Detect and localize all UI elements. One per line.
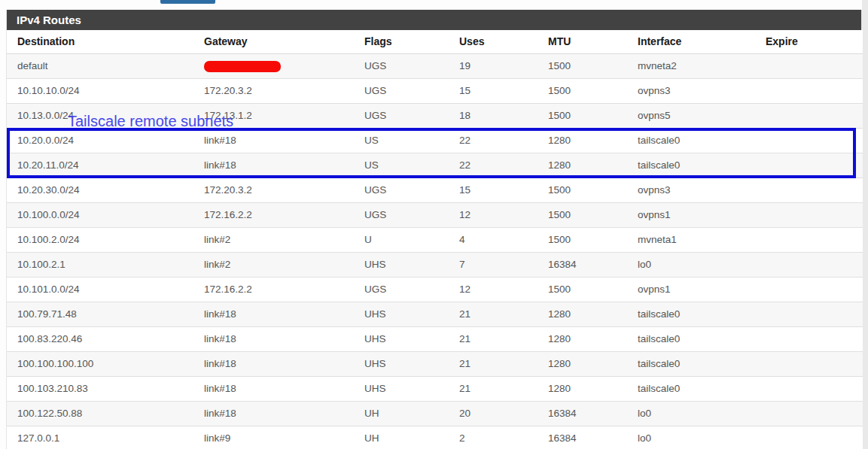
cell-uses: 7 xyxy=(453,253,542,278)
cell-destination: 10.100.0.0/24 xyxy=(7,203,198,228)
cell-destination: 10.100.2.1 xyxy=(7,253,198,278)
cell-mtu: 1280 xyxy=(542,352,632,377)
cell-destination: 100.103.210.83 xyxy=(7,377,198,402)
cell-uses: 22 xyxy=(453,153,542,178)
cell-mtu: 16384 xyxy=(542,402,632,426)
column-header-uses: Uses xyxy=(453,30,542,54)
cell-expire xyxy=(760,54,863,79)
cell-interface: tailscale0 xyxy=(632,129,760,153)
cell-destination: 100.83.220.46 xyxy=(7,327,198,352)
cell-uses: 22 xyxy=(453,129,542,153)
cell-gateway: 172.16.2.2 xyxy=(198,278,358,302)
cell-expire xyxy=(760,228,863,253)
table-row: 100.103.210.83 link#18 UHS 21 1280 tails… xyxy=(7,377,863,402)
cell-expire xyxy=(760,302,863,327)
cell-flags: UGS xyxy=(358,178,453,203)
cell-expire xyxy=(760,402,863,426)
panel-title: IPv4 Routes xyxy=(7,10,861,30)
cell-expire xyxy=(760,203,863,228)
cell-mtu: 1280 xyxy=(542,153,632,178)
column-header-gateway: Gateway xyxy=(198,30,358,54)
cell-flags: UHS xyxy=(358,327,453,352)
cell-mtu: 16384 xyxy=(542,426,632,449)
cell-flags: UH xyxy=(358,426,453,449)
routes-table: Destination Gateway Flags Uses MTU Inter… xyxy=(7,30,863,449)
cell-flags: UGS xyxy=(358,79,453,104)
cell-expire xyxy=(760,129,863,153)
cell-expire xyxy=(760,178,863,203)
cell-flags: UHS xyxy=(358,302,453,327)
column-header-destination: Destination xyxy=(7,30,198,54)
annotation-text: Tailscale remote subnets xyxy=(68,113,233,130)
cell-interface: ovpns3 xyxy=(632,79,760,104)
table-row: 100.79.71.48 link#18 UHS 21 1280 tailsca… xyxy=(7,302,863,327)
cell-interface: lo0 xyxy=(632,402,760,426)
cell-interface: ovpns3 xyxy=(632,178,760,203)
table-row: 100.100.100.100 link#18 UHS 21 1280 tail… xyxy=(7,352,863,377)
cell-mtu: 1500 xyxy=(542,79,632,104)
cell-flags: U xyxy=(358,228,453,253)
cell-uses: 4 xyxy=(453,228,542,253)
table-row: default UGS 19 1500 mvneta2 xyxy=(7,54,863,79)
cell-expire xyxy=(760,104,863,129)
cell-destination: 10.20.30.0/24 xyxy=(7,178,198,203)
cell-uses: 19 xyxy=(453,54,542,79)
cell-gateway: 172.16.2.2 xyxy=(198,203,358,228)
scrollbar-track[interactable] xyxy=(862,0,868,449)
cropped-blue-button[interactable] xyxy=(160,0,215,4)
column-header-expire: Expire xyxy=(760,30,863,54)
cell-flags: UHS xyxy=(358,253,453,278)
cell-interface: ovpns1 xyxy=(632,278,760,302)
cell-expire xyxy=(760,253,863,278)
cell-gateway: link#2 xyxy=(198,253,358,278)
cell-flags: US xyxy=(358,153,453,178)
cell-destination: 127.0.0.1 xyxy=(7,426,198,449)
cell-expire xyxy=(760,377,863,402)
cell-flags: UGS xyxy=(358,203,453,228)
cell-flags: UH xyxy=(358,402,453,426)
cell-destination: 10.101.0.0/24 xyxy=(7,278,198,302)
cell-flags: UGS xyxy=(358,54,453,79)
column-header-mtu: MTU xyxy=(542,30,632,54)
table-row: 10.20.30.0/24 172.20.3.2 UGS 15 1500 ovp… xyxy=(7,178,863,203)
cell-gateway: link#18 xyxy=(198,402,358,426)
cell-destination: 10.10.10.0/24 xyxy=(7,79,198,104)
cell-expire xyxy=(760,352,863,377)
routes-table-header: Destination Gateway Flags Uses MTU Inter… xyxy=(7,30,863,54)
cell-expire xyxy=(760,426,863,449)
cell-uses: 18 xyxy=(453,104,542,129)
cell-destination: 10.20.0.0/24 xyxy=(7,129,198,153)
cell-flags: UGS xyxy=(358,104,453,129)
cell-gateway: 172.20.3.2 xyxy=(198,178,358,203)
cell-destination: 10.20.11.0/24 xyxy=(7,153,198,178)
cell-mtu: 1500 xyxy=(542,54,632,79)
cell-uses: 12 xyxy=(453,203,542,228)
cell-interface: tailscale0 xyxy=(632,153,760,178)
cell-expire xyxy=(760,278,863,302)
cell-mtu: 1280 xyxy=(542,327,632,352)
cell-mtu: 1280 xyxy=(542,377,632,402)
cell-interface: mvneta2 xyxy=(632,54,760,79)
cell-expire xyxy=(760,79,863,104)
cell-uses: 21 xyxy=(453,327,542,352)
cell-gateway: link#18 xyxy=(198,377,358,402)
column-header-interface: Interface xyxy=(632,30,760,54)
cell-interface: mvneta1 xyxy=(632,228,760,253)
cell-interface: tailscale0 xyxy=(632,302,760,327)
cell-destination: default xyxy=(7,54,198,79)
cell-flags: UHS xyxy=(358,377,453,402)
table-row: 100.122.50.88 link#18 UH 20 16384 lo0 xyxy=(7,402,863,426)
cell-uses: 2 xyxy=(453,426,542,449)
cell-gateway: link#18 xyxy=(198,327,358,352)
table-row: 100.83.220.46 link#18 UHS 21 1280 tailsc… xyxy=(7,327,863,352)
cell-uses: 21 xyxy=(453,352,542,377)
cell-gateway xyxy=(198,54,358,79)
cell-flags: UHS xyxy=(358,352,453,377)
cell-interface: ovpns5 xyxy=(632,104,760,129)
cell-gateway: link#9 xyxy=(198,426,358,449)
redaction-marker xyxy=(204,61,281,72)
cell-uses: 20 xyxy=(453,402,542,426)
cell-expire xyxy=(760,153,863,178)
cell-gateway: link#18 xyxy=(198,352,358,377)
table-row: 10.20.11.0/24 link#18 US 22 1280 tailsca… xyxy=(7,153,863,178)
